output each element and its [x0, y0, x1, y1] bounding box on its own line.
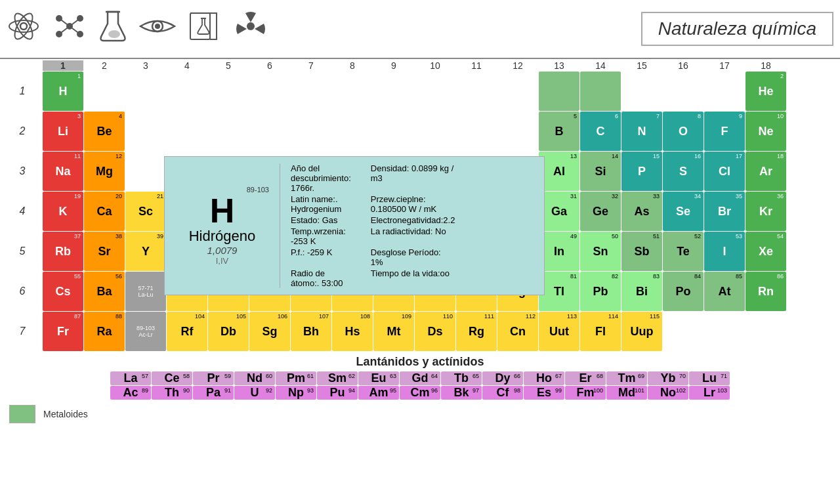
element-Si[interactable]: 14Si [580, 152, 621, 191]
element-Bi[interactable]: 83Bi [621, 272, 662, 311]
element-Ce[interactable]: 58Ce [152, 371, 192, 385]
element-Li[interactable]: 3Li [43, 112, 83, 151]
element-Bk[interactable]: 97Bk [441, 386, 482, 400]
element-Sn[interactable]: 50Sn [580, 232, 621, 271]
element-Te[interactable]: 52Te [663, 232, 704, 271]
element-Sg[interactable]: 106Sg [249, 312, 290, 351]
element-Tl[interactable]: 81Tl [539, 272, 579, 311]
element-Fr[interactable]: 87Fr [43, 312, 83, 351]
element-O[interactable]: 8O [663, 112, 704, 151]
book-flask-icon[interactable] [188, 9, 222, 49]
element-Mg[interactable]: 12Mg [84, 152, 125, 191]
flask-icon[interactable] [98, 9, 127, 49]
element-Uup[interactable]: 115Uup [621, 312, 662, 351]
element-N[interactable]: 7N [621, 112, 662, 151]
element-Na[interactable]: 11Na [43, 152, 83, 191]
popup-lifetime: Tiempo de la vida:oo [371, 268, 455, 288]
popup-melt: P.f.: -259 K [291, 247, 351, 267]
element-Dy[interactable]: 66Dy [482, 371, 523, 385]
element-Po[interactable]: 84Po [663, 272, 704, 311]
element-K[interactable]: 19K [43, 192, 83, 231]
element-Hs[interactable]: 108Hs [332, 312, 373, 351]
element-Mt[interactable]: 109Mt [373, 312, 414, 351]
element-P[interactable]: 15P [621, 152, 662, 191]
radiation-icon[interactable] [234, 9, 268, 49]
element-In[interactable]: 49In [539, 232, 579, 271]
element-No[interactable]: 102No [648, 386, 688, 400]
element-Ba[interactable]: 56Ba [84, 272, 125, 311]
element-Ca[interactable]: 20Ca [84, 192, 125, 231]
element-Uut[interactable]: 113Uut [539, 312, 579, 351]
element-Y[interactable]: 39Y [125, 232, 166, 271]
element-Ac[interactable]: 89Ac [110, 386, 151, 400]
element-Lu[interactable]: 71Lu [689, 371, 730, 385]
element-Se[interactable]: 34Se [663, 192, 704, 231]
atom-icon[interactable] [7, 9, 41, 49]
element-F[interactable]: 9F [704, 112, 745, 151]
element-Fl[interactable]: 114Fl [580, 312, 621, 351]
element-Db[interactable]: 105Db [208, 312, 249, 351]
element-Md[interactable]: 101Md [606, 386, 647, 400]
element-Eu[interactable]: 63Eu [358, 371, 399, 385]
row-2-label: 2 [3, 112, 42, 151]
element-La-Lu[interactable]: 57-71La-Lu [125, 272, 166, 311]
element-Gd[interactable]: 64Gd [400, 371, 440, 385]
element-H[interactable]: 1H [43, 72, 83, 111]
element-At[interactable]: 85At [704, 272, 745, 311]
element-He[interactable]: 2He [746, 72, 786, 111]
element-Kr[interactable]: 36Kr [746, 192, 786, 231]
element-Ds[interactable]: 110Ds [415, 312, 455, 351]
element-As[interactable]: 33As [621, 192, 662, 231]
element-Br[interactable]: 35Br [704, 192, 745, 231]
element-Ar[interactable]: 18Ar [746, 152, 786, 191]
element-Bh[interactable]: 107Bh [291, 312, 331, 351]
element-Ge[interactable]: 32Ge [580, 192, 621, 231]
element-Ne[interactable]: 10Ne [746, 112, 786, 151]
element-Cn[interactable]: 112Cn [497, 312, 538, 351]
element-Ac-Lr[interactable]: 89-103Ac-Lr [125, 312, 166, 351]
element-Sc[interactable]: 21Sc [125, 192, 166, 231]
element-Cf[interactable]: 98Cf [482, 386, 523, 400]
element-Ho[interactable]: 67Ho [524, 371, 564, 385]
molecule-icon[interactable] [52, 9, 87, 49]
element-Rg[interactable]: 111Rg [456, 312, 497, 351]
element-Cs[interactable]: 55Cs [43, 272, 83, 311]
element-La[interactable]: 57La [110, 371, 151, 385]
element-Yb[interactable]: 70Yb [648, 371, 688, 385]
popup-thermal: Przew.cieplne: 0.180500 W / mK [371, 194, 455, 214]
element-Tm[interactable]: 69Tm [606, 371, 647, 385]
element-Rn[interactable]: 86Rn [746, 272, 786, 311]
element-Pa[interactable]: 91Pa [193, 386, 234, 400]
element-Lr[interactable]: 103Lr [689, 386, 730, 400]
element-Th[interactable]: 90Th [152, 386, 192, 400]
element-Cl[interactable]: 17Cl [704, 152, 745, 191]
element-Rf[interactable]: 104Rf [167, 312, 207, 351]
element-Sm[interactable]: 62Sm [317, 371, 358, 385]
element-Tb[interactable]: 65Tb [441, 371, 482, 385]
element-Er[interactable]: 68Er [565, 371, 606, 385]
element-I[interactable]: 53I [704, 232, 745, 271]
element-Ra[interactable]: 88Ra [84, 312, 125, 351]
element-Nd[interactable]: 60Nd [234, 371, 275, 385]
element-Sr[interactable]: 38Sr [84, 232, 125, 271]
element-S[interactable]: 16S [663, 152, 704, 191]
element-C[interactable]: 6C [580, 112, 621, 151]
element-Pm[interactable]: 61Pm [276, 371, 316, 385]
element-Xe[interactable]: 54Xe [746, 232, 786, 271]
element-Ga[interactable]: 31Ga [539, 192, 579, 231]
element-Pb[interactable]: 82Pb [580, 272, 621, 311]
element-Fm[interactable]: 100Fm [565, 386, 606, 400]
element-Al[interactable]: 13Al [539, 152, 579, 191]
element-Pr[interactable]: 59Pr [193, 371, 234, 385]
element-Rb[interactable]: 37Rb [43, 232, 83, 271]
element-Cm[interactable]: 96Cm [400, 386, 440, 400]
element-Es[interactable]: 99Es [524, 386, 564, 400]
eye-icon[interactable] [139, 14, 176, 44]
element-Pu[interactable]: 94Pu [317, 386, 358, 400]
element-Be[interactable]: 4Be [84, 112, 125, 151]
element-Np[interactable]: 93Np [276, 386, 316, 400]
element-Am[interactable]: 95Am [358, 386, 399, 400]
element-U[interactable]: 92U [234, 386, 275, 400]
element-Sb[interactable]: 51Sb [621, 232, 662, 271]
element-B[interactable]: 5B [539, 112, 579, 151]
